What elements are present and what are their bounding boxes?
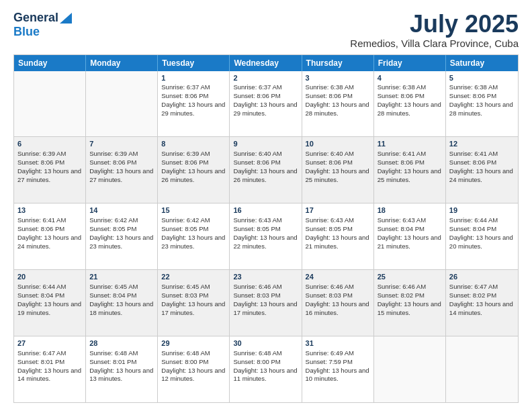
daylight-text: Daylight: 13 hours and 13 minutes. — [89, 367, 154, 384]
sunset-text: Sunset: 8:04 PM — [449, 225, 515, 234]
sunrise-text: Sunrise: 6:40 AM — [306, 150, 370, 158]
calendar-day-14: 14Sunrise: 6:42 AMSunset: 8:05 PMDayligh… — [86, 203, 158, 269]
sunrise-text: Sunrise: 6:43 AM — [306, 216, 370, 225]
sunset-text: Sunset: 8:06 PM — [17, 225, 82, 234]
calendar-body: 1Sunrise: 6:37 AMSunset: 8:06 PMDaylight… — [14, 71, 518, 402]
calendar-day-23: 23Sunrise: 6:46 AMSunset: 8:03 PMDayligh… — [230, 270, 302, 336]
day-number: 7 — [89, 139, 154, 149]
day-number: 15 — [161, 205, 226, 216]
calendar-day-26: 26Sunrise: 6:47 AMSunset: 8:02 PMDayligh… — [446, 270, 518, 336]
page: General Blue July 2025 Remedios, Villa C… — [0, 0, 532, 411]
calendar-day-18: 18Sunrise: 6:43 AMSunset: 8:04 PMDayligh… — [374, 203, 446, 269]
sunset-text: Sunset: 8:05 PM — [306, 225, 370, 234]
calendar-day-27: 27Sunrise: 6:47 AMSunset: 8:01 PMDayligh… — [14, 336, 86, 402]
sunset-text: Sunset: 8:00 PM — [161, 358, 226, 367]
sunset-text: Sunset: 8:03 PM — [161, 291, 226, 300]
calendar-day-4: 4Sunrise: 6:38 AMSunset: 8:06 PMDaylight… — [374, 71, 446, 137]
sunrise-text: Sunrise: 6:43 AM — [233, 216, 298, 225]
svg-marker-0 — [60, 13, 72, 24]
sunrise-text: Sunrise: 6:38 AM — [378, 83, 442, 92]
sunrise-text: Sunrise: 6:41 AM — [449, 150, 515, 158]
sunset-text: Sunset: 8:04 PM — [89, 291, 154, 300]
daylight-text: Daylight: 13 hours and 27 minutes. — [17, 167, 82, 185]
calendar-day-9: 9Sunrise: 6:40 AMSunset: 8:06 PMDaylight… — [230, 137, 302, 203]
calendar-day-16: 16Sunrise: 6:43 AMSunset: 8:05 PMDayligh… — [230, 203, 302, 269]
day-number: 4 — [378, 73, 442, 83]
daylight-text: Daylight: 13 hours and 16 minutes. — [306, 300, 370, 318]
day-number: 27 — [17, 338, 82, 349]
sunrise-text: Sunrise: 6:39 AM — [89, 150, 154, 158]
daylight-text: Daylight: 13 hours and 11 minutes. — [233, 367, 298, 384]
daylight-text: Daylight: 13 hours and 22 minutes. — [233, 234, 298, 251]
calendar-day-19: 19Sunrise: 6:44 AMSunset: 8:04 PMDayligh… — [446, 203, 518, 269]
calendar-day-25: 25Sunrise: 6:46 AMSunset: 8:02 PMDayligh… — [374, 270, 446, 336]
daylight-text: Daylight: 13 hours and 12 minutes. — [161, 367, 226, 384]
calendar-day-6: 6Sunrise: 6:39 AMSunset: 8:06 PMDaylight… — [14, 137, 86, 203]
calendar-day-2: 2Sunrise: 6:37 AMSunset: 8:06 PMDaylight… — [230, 71, 302, 137]
day-number: 29 — [161, 338, 226, 349]
day-number: 25 — [378, 272, 442, 282]
calendar-day-22: 22Sunrise: 6:45 AMSunset: 8:03 PMDayligh… — [158, 270, 230, 336]
calendar-empty-cell — [446, 336, 518, 402]
daylight-text: Daylight: 13 hours and 17 minutes. — [161, 300, 226, 318]
day-number: 31 — [306, 338, 370, 349]
day-number: 1 — [161, 73, 226, 83]
sunset-text: Sunset: 8:05 PM — [233, 225, 298, 234]
calendar-empty-cell — [14, 71, 86, 137]
title-block: July 2025 Remedios, Villa Clara Province… — [350, 11, 519, 49]
daylight-text: Daylight: 13 hours and 24 minutes. — [17, 234, 82, 251]
daylight-text: Daylight: 13 hours and 26 minutes. — [161, 167, 226, 185]
sunset-text: Sunset: 8:06 PM — [306, 92, 370, 101]
sunrise-text: Sunrise: 6:38 AM — [306, 83, 370, 92]
daylight-text: Daylight: 13 hours and 10 minutes. — [306, 367, 370, 384]
calendar-day-12: 12Sunrise: 6:41 AMSunset: 8:06 PMDayligh… — [446, 137, 518, 203]
calendar-day-10: 10Sunrise: 6:40 AMSunset: 8:06 PMDayligh… — [302, 137, 374, 203]
day-number: 16 — [233, 205, 298, 216]
day-number: 24 — [306, 272, 370, 282]
sunrise-text: Sunrise: 6:48 AM — [161, 349, 226, 358]
day-number: 23 — [233, 272, 298, 282]
logo-blue: Blue — [13, 25, 40, 38]
day-number: 28 — [89, 338, 154, 349]
daylight-text: Daylight: 13 hours and 15 minutes. — [378, 300, 442, 318]
calendar-day-15: 15Sunrise: 6:42 AMSunset: 8:05 PMDayligh… — [158, 203, 230, 269]
day-number: 10 — [306, 139, 370, 149]
day-number: 5 — [449, 73, 515, 83]
day-number: 20 — [17, 272, 82, 282]
daylight-text: Daylight: 13 hours and 28 minutes. — [378, 101, 442, 118]
calendar-day-13: 13Sunrise: 6:41 AMSunset: 8:06 PMDayligh… — [14, 203, 86, 269]
day-number: 30 — [233, 338, 298, 349]
sunset-text: Sunset: 8:04 PM — [378, 225, 442, 234]
sunset-text: Sunset: 8:06 PM — [378, 92, 442, 101]
day-number: 3 — [306, 73, 370, 83]
calendar-day-17: 17Sunrise: 6:43 AMSunset: 8:05 PMDayligh… — [302, 203, 374, 269]
sunset-text: Sunset: 7:59 PM — [306, 358, 370, 367]
day-number: 14 — [89, 205, 154, 216]
sunset-text: Sunset: 8:06 PM — [161, 158, 226, 167]
sunrise-text: Sunrise: 6:44 AM — [449, 216, 515, 225]
day-number: 22 — [161, 272, 226, 282]
calendar-day-8: 8Sunrise: 6:39 AMSunset: 8:06 PMDaylight… — [158, 137, 230, 203]
daylight-text: Daylight: 13 hours and 17 minutes. — [233, 300, 298, 318]
sunrise-text: Sunrise: 6:48 AM — [89, 349, 154, 358]
calendar-day-31: 31Sunrise: 6:49 AMSunset: 7:59 PMDayligh… — [302, 336, 374, 402]
sunrise-text: Sunrise: 6:47 AM — [449, 283, 515, 291]
sunrise-text: Sunrise: 6:41 AM — [378, 150, 442, 158]
calendar-day-1: 1Sunrise: 6:37 AMSunset: 8:06 PMDaylight… — [158, 71, 230, 137]
daylight-text: Daylight: 13 hours and 23 minutes. — [89, 234, 154, 251]
day-number: 21 — [89, 272, 154, 282]
sunrise-text: Sunrise: 6:45 AM — [89, 283, 154, 291]
sunrise-text: Sunrise: 6:42 AM — [161, 216, 226, 225]
sunset-text: Sunset: 8:03 PM — [233, 291, 298, 300]
calendar-week-4: 20Sunrise: 6:44 AMSunset: 8:04 PMDayligh… — [14, 269, 518, 336]
sunrise-text: Sunrise: 6:48 AM — [233, 349, 298, 358]
daylight-text: Daylight: 13 hours and 18 minutes. — [89, 300, 154, 318]
header-day-friday: Friday — [374, 55, 446, 71]
calendar-week-1: 1Sunrise: 6:37 AMSunset: 8:06 PMDaylight… — [14, 71, 518, 137]
calendar: SundayMondayTuesdayWednesdayThursdayFrid… — [13, 54, 519, 403]
calendar-day-28: 28Sunrise: 6:48 AMSunset: 8:01 PMDayligh… — [86, 336, 158, 402]
sunrise-text: Sunrise: 6:42 AM — [89, 216, 154, 225]
daylight-text: Daylight: 13 hours and 28 minutes. — [449, 101, 515, 118]
daylight-text: Daylight: 13 hours and 14 minutes. — [17, 367, 82, 384]
sunset-text: Sunset: 8:02 PM — [378, 291, 442, 300]
